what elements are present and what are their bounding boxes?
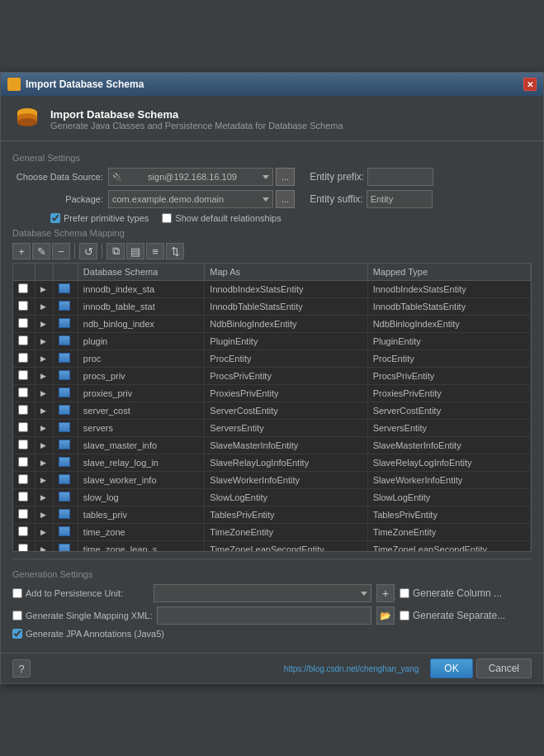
prefer-primitive-checkbox[interactable]	[50, 213, 60, 223]
row-table-icon	[54, 541, 78, 553]
show-default-checkbox[interactable]	[162, 213, 172, 223]
persistence-plus-button[interactable]: +	[376, 584, 395, 602]
row-checkbox[interactable]	[18, 353, 28, 363]
table-row: ▶innodb_table_statInnodbTableStatsEntity…	[13, 298, 531, 316]
datasource-combo-wrapper: 🔌 sign@192.168.16.109 ...	[108, 168, 295, 186]
row-mapas: TimeZoneLeapSecondEntity	[205, 541, 367, 553]
list-button[interactable]: ≡	[146, 243, 164, 259]
row-checkbox[interactable]	[18, 301, 28, 311]
row-schema: time_zone	[78, 524, 204, 541]
row-expand[interactable]: ▶	[35, 437, 54, 454]
table-row: ▶slave_master_infoSlaveMasterInfoEntityS…	[13, 437, 531, 454]
package-dots-button[interactable]: ...	[276, 190, 295, 208]
package-combo[interactable]: com.example.demo.domain	[108, 190, 273, 208]
row-expand[interactable]: ▶	[35, 454, 54, 472]
prefer-primitive-item: Prefer primitive types	[50, 213, 149, 223]
refresh-button[interactable]: ↺	[79, 243, 97, 259]
persistence-checkbox-item: Add to Persistence Unit:	[12, 588, 149, 598]
close-button[interactable]: ✕	[523, 78, 537, 91]
row-checkbox[interactable]	[18, 388, 28, 397]
jpa-row: Generate JPA Annotations (Java5)	[12, 629, 532, 639]
row-mapped-type: ProcEntity	[367, 350, 530, 368]
persistence-label: Add to Persistence Unit:	[26, 588, 123, 598]
row-expand[interactable]: ▶	[35, 524, 54, 541]
header-icon	[12, 104, 42, 134]
row-checkbox[interactable]	[18, 440, 28, 449]
header-text: Import Database Schema Generate Java Cla…	[50, 108, 343, 131]
row-mapas: InnodbTableStatsEntity	[205, 298, 367, 316]
row-schema: innodb_index_sta	[78, 281, 204, 298]
row-checkbox[interactable]	[18, 370, 28, 380]
row-checkbox[interactable]	[18, 509, 28, 519]
folder-button[interactable]: 📂	[376, 606, 395, 625]
row-schema: slow_log	[78, 489, 204, 506]
show-default-label: Show default relationships	[175, 213, 281, 223]
persistence-combo[interactable]	[154, 584, 371, 602]
help-button[interactable]: ?	[12, 659, 31, 678]
add-button[interactable]: +	[12, 243, 31, 259]
entity-prefix-field[interactable]	[367, 168, 433, 186]
column-button[interactable]: ▤	[126, 243, 144, 259]
table-row: ▶procProcEntityProcEntity	[13, 350, 531, 368]
row-expand[interactable]: ▶	[35, 368, 54, 385]
row-expand[interactable]: ▶	[35, 316, 54, 333]
copy-button[interactable]: ⧉	[106, 243, 125, 259]
row-mapas: SlaveMasterInfoEntity	[205, 437, 367, 454]
row-checkbox[interactable]	[18, 526, 28, 536]
row-mapped-type: ServersEntity	[367, 420, 530, 437]
entity-prefix-label: Entity prefix:	[310, 171, 364, 183]
row-expand[interactable]: ▶	[35, 298, 54, 316]
row-checkbox[interactable]	[18, 492, 28, 502]
generate-column-checkbox[interactable]	[400, 588, 409, 598]
row-expand[interactable]: ▶	[35, 333, 54, 350]
row-table-icon	[54, 506, 78, 524]
row-checkbox[interactable]	[18, 544, 28, 552]
entity-suffix-field[interactable]	[367, 190, 433, 208]
table-row: ▶serversServersEntityServersEntity	[13, 420, 531, 437]
row-checkbox[interactable]	[18, 335, 28, 345]
table-row: ▶slave_relay_log_inSlaveRelayLogInfoEnti…	[13, 454, 531, 472]
row-expand[interactable]: ▶	[35, 402, 54, 420]
sort-button[interactable]: ⇅	[166, 243, 184, 259]
row-mapas: InnodbIndexStatsEntity	[205, 281, 367, 298]
datasource-icon: 🔌	[112, 173, 122, 182]
datasource-value: sign@192.168.16.109	[148, 172, 237, 182]
col-schema-header: Database Schema	[78, 264, 204, 281]
row-table-icon	[54, 316, 78, 333]
row-table-icon	[54, 385, 78, 402]
single-mapping-checkbox[interactable]	[12, 611, 22, 620]
row-expand[interactable]: ▶	[35, 541, 54, 553]
persistence-checkbox[interactable]	[12, 588, 22, 598]
datasource-dots-button[interactable]: ...	[276, 168, 295, 186]
ok-button[interactable]: OK	[430, 659, 472, 678]
cancel-button[interactable]: Cancel	[476, 659, 532, 678]
persistence-combo-arrow	[361, 592, 367, 596]
row-expand[interactable]: ▶	[35, 281, 54, 298]
generate-separate-checkbox[interactable]	[400, 611, 409, 620]
row-checkbox[interactable]	[18, 474, 28, 484]
toolbar-sep-1	[74, 244, 75, 259]
mapping-section: Database Schema Mapping + ✎ − ↺ ⧉ ▤ ≡ ⇅	[12, 228, 532, 552]
remove-button[interactable]: −	[52, 243, 70, 259]
row-mapas: SlaveWorkerInfoEntity	[205, 472, 367, 489]
table-row: ▶slow_logSlowLogEntitySlowLogEntity	[13, 489, 531, 506]
row-expand[interactable]: ▶	[35, 420, 54, 437]
row-expand[interactable]: ▶	[35, 489, 54, 506]
row-checkbox[interactable]	[18, 283, 28, 293]
row-checkbox[interactable]	[18, 422, 28, 432]
row-expand[interactable]: ▶	[35, 385, 54, 402]
row-mapped-type: NdbBinlogIndexEntity	[367, 316, 530, 333]
single-mapping-field[interactable]	[157, 606, 371, 625]
row-expand[interactable]: ▶	[35, 472, 54, 489]
row-checkbox[interactable]	[18, 405, 28, 415]
row-expand[interactable]: ▶	[35, 350, 54, 368]
jpa-checkbox[interactable]	[12, 629, 22, 639]
row-checkbox[interactable]	[18, 457, 28, 467]
row-mapas: SlaveRelayLogInfoEntity	[205, 454, 367, 472]
row-checkbox[interactable]	[18, 318, 28, 328]
edit-button[interactable]: ✎	[32, 243, 50, 259]
row-expand[interactable]: ▶	[35, 506, 54, 524]
datasource-combo[interactable]: 🔌 sign@192.168.16.109	[108, 168, 273, 186]
row-mapped-type: SlowLogEntity	[367, 489, 530, 506]
row-schema: tables_priv	[78, 506, 204, 524]
